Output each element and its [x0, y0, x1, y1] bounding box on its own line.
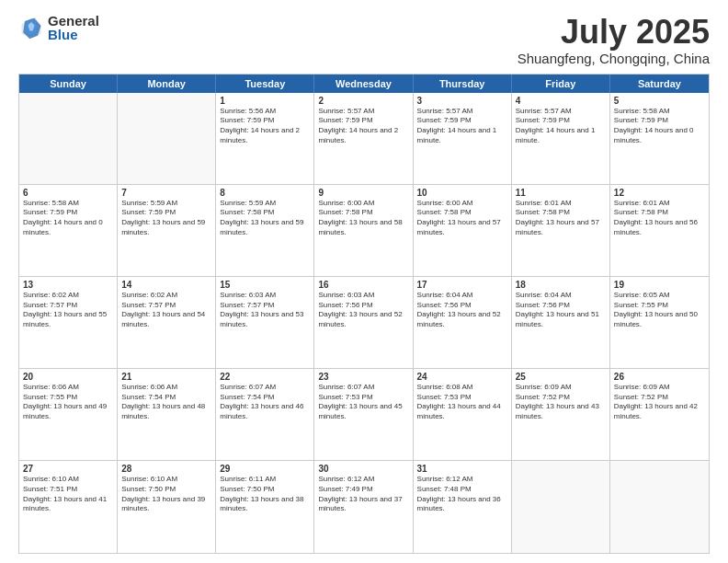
calendar-cell: 22Sunrise: 6:07 AMSunset: 7:54 PMDayligh… [216, 369, 314, 460]
cell-details: Sunrise: 6:06 AMSunset: 7:54 PMDaylight:… [121, 383, 211, 422]
calendar-cell: 20Sunrise: 6:06 AMSunset: 7:55 PMDayligh… [19, 369, 118, 460]
cell-details: Sunrise: 5:57 AMSunset: 7:59 PMDaylight:… [417, 107, 507, 146]
calendar-body: 1Sunrise: 5:56 AMSunset: 7:59 PMDaylight… [19, 93, 709, 553]
title-block: July 2025 Shuangfeng, Chongqing, China [518, 14, 710, 66]
cell-details: Sunrise: 6:02 AMSunset: 7:57 PMDaylight:… [121, 291, 211, 330]
day-number: 7 [121, 188, 211, 198]
day-number: 5 [614, 96, 705, 106]
day-number: 28 [121, 464, 211, 474]
cell-details: Sunrise: 6:07 AMSunset: 7:53 PMDaylight:… [318, 383, 408, 422]
cell-details: Sunrise: 5:59 AMSunset: 7:58 PMDaylight:… [220, 199, 310, 238]
calendar-cell: 3Sunrise: 5:57 AMSunset: 7:59 PMDaylight… [414, 93, 512, 184]
cell-details: Sunrise: 6:11 AMSunset: 7:50 PMDaylight:… [220, 475, 310, 514]
day-number: 13 [23, 280, 113, 290]
cell-details: Sunrise: 5:56 AMSunset: 7:59 PMDaylight:… [220, 107, 310, 146]
day-number: 1 [220, 96, 310, 106]
calendar-cell: 10Sunrise: 6:00 AMSunset: 7:58 PMDayligh… [414, 185, 512, 276]
cell-details: Sunrise: 6:06 AMSunset: 7:55 PMDaylight:… [23, 383, 113, 422]
calendar-cell: 19Sunrise: 6:05 AMSunset: 7:55 PMDayligh… [610, 277, 709, 368]
calendar-row-3: 20Sunrise: 6:06 AMSunset: 7:55 PMDayligh… [19, 369, 709, 461]
calendar-cell: 26Sunrise: 6:09 AMSunset: 7:52 PMDayligh… [610, 369, 709, 460]
calendar-cell: 31Sunrise: 6:12 AMSunset: 7:48 PMDayligh… [414, 461, 512, 553]
weekday-header-tuesday: Tuesday [216, 75, 314, 93]
cell-details: Sunrise: 5:58 AMSunset: 7:59 PMDaylight:… [23, 199, 113, 238]
day-number: 10 [417, 188, 507, 198]
cell-details: Sunrise: 6:09 AMSunset: 7:52 PMDaylight:… [614, 383, 705, 422]
calendar-header: SundayMondayTuesdayWednesdayThursdayFrid… [19, 75, 709, 93]
day-number: 27 [23, 464, 113, 474]
day-number: 6 [23, 188, 113, 198]
calendar-cell [19, 93, 118, 184]
calendar-cell: 21Sunrise: 6:06 AMSunset: 7:54 PMDayligh… [118, 369, 216, 460]
weekday-header-sunday: Sunday [19, 75, 118, 93]
cell-details: Sunrise: 6:08 AMSunset: 7:53 PMDaylight:… [417, 383, 507, 422]
calendar-cell [610, 461, 709, 553]
cell-details: Sunrise: 6:07 AMSunset: 7:54 PMDaylight:… [220, 383, 310, 422]
weekday-header-friday: Friday [512, 75, 610, 93]
calendar: SundayMondayTuesdayWednesdayThursdayFrid… [18, 74, 710, 554]
weekday-header-thursday: Thursday [414, 75, 512, 93]
calendar-cell: 5Sunrise: 5:58 AMSunset: 7:59 PMDaylight… [610, 93, 709, 184]
day-number: 3 [417, 96, 507, 106]
day-number: 31 [417, 464, 507, 474]
logo-blue-text: Blue [48, 28, 99, 41]
day-number: 14 [121, 280, 211, 290]
day-number: 29 [220, 464, 310, 474]
calendar-row-2: 13Sunrise: 6:02 AMSunset: 7:57 PMDayligh… [19, 277, 709, 369]
calendar-row-1: 6Sunrise: 5:58 AMSunset: 7:59 PMDaylight… [19, 185, 709, 277]
cell-details: Sunrise: 6:00 AMSunset: 7:58 PMDaylight:… [318, 199, 408, 238]
day-number: 2 [318, 96, 408, 106]
calendar-cell: 24Sunrise: 6:08 AMSunset: 7:53 PMDayligh… [414, 369, 512, 460]
cell-details: Sunrise: 6:03 AMSunset: 7:56 PMDaylight:… [318, 291, 408, 330]
day-number: 15 [220, 280, 310, 290]
calendar-row-0: 1Sunrise: 5:56 AMSunset: 7:59 PMDaylight… [19, 93, 709, 185]
cell-details: Sunrise: 5:57 AMSunset: 7:59 PMDaylight:… [318, 107, 408, 146]
header: General Blue July 2025 Shuangfeng, Chong… [18, 14, 710, 66]
cell-details: Sunrise: 6:02 AMSunset: 7:57 PMDaylight:… [23, 291, 113, 330]
cell-details: Sunrise: 6:12 AMSunset: 7:49 PMDaylight:… [318, 475, 408, 514]
day-number: 30 [318, 464, 408, 474]
calendar-cell: 18Sunrise: 6:04 AMSunset: 7:56 PMDayligh… [512, 277, 610, 368]
logo-general-text: General [48, 14, 99, 28]
calendar-cell [118, 93, 216, 184]
calendar-cell: 27Sunrise: 6:10 AMSunset: 7:51 PMDayligh… [19, 461, 118, 553]
day-number: 20 [23, 372, 113, 382]
logo-text: General Blue [48, 14, 99, 41]
weekday-header-monday: Monday [118, 75, 216, 93]
day-number: 12 [614, 188, 705, 198]
cell-details: Sunrise: 6:01 AMSunset: 7:58 PMDaylight:… [516, 199, 606, 238]
location-text: Shuangfeng, Chongqing, China [518, 51, 710, 66]
day-number: 26 [614, 372, 705, 382]
cell-details: Sunrise: 6:04 AMSunset: 7:56 PMDaylight:… [417, 291, 507, 330]
cell-details: Sunrise: 6:01 AMSunset: 7:58 PMDaylight:… [614, 199, 705, 238]
calendar-cell: 28Sunrise: 6:10 AMSunset: 7:50 PMDayligh… [118, 461, 216, 553]
day-number: 21 [121, 372, 211, 382]
page: General Blue July 2025 Shuangfeng, Chong… [0, 0, 728, 563]
cell-details: Sunrise: 6:00 AMSunset: 7:58 PMDaylight:… [417, 199, 507, 238]
calendar-row-4: 27Sunrise: 6:10 AMSunset: 7:51 PMDayligh… [19, 461, 709, 553]
day-number: 24 [417, 372, 507, 382]
logo: General Blue [18, 14, 99, 41]
calendar-cell: 8Sunrise: 5:59 AMSunset: 7:58 PMDaylight… [216, 185, 314, 276]
day-number: 8 [220, 188, 310, 198]
calendar-cell: 2Sunrise: 5:57 AMSunset: 7:59 PMDaylight… [314, 93, 413, 184]
cell-details: Sunrise: 6:03 AMSunset: 7:57 PMDaylight:… [220, 291, 310, 330]
calendar-cell [512, 461, 610, 553]
cell-details: Sunrise: 5:57 AMSunset: 7:59 PMDaylight:… [516, 107, 606, 146]
calendar-cell: 9Sunrise: 6:00 AMSunset: 7:58 PMDaylight… [314, 185, 413, 276]
cell-details: Sunrise: 6:10 AMSunset: 7:51 PMDaylight:… [23, 475, 113, 514]
day-number: 17 [417, 280, 507, 290]
cell-details: Sunrise: 6:05 AMSunset: 7:55 PMDaylight:… [614, 291, 705, 330]
calendar-cell: 1Sunrise: 5:56 AMSunset: 7:59 PMDaylight… [216, 93, 314, 184]
cell-details: Sunrise: 6:09 AMSunset: 7:52 PMDaylight:… [516, 383, 606, 422]
cell-details: Sunrise: 6:10 AMSunset: 7:50 PMDaylight:… [121, 475, 211, 514]
weekday-header-wednesday: Wednesday [314, 75, 413, 93]
cell-details: Sunrise: 6:04 AMSunset: 7:56 PMDaylight:… [516, 291, 606, 330]
month-year-title: July 2025 [518, 14, 710, 51]
calendar-cell: 4Sunrise: 5:57 AMSunset: 7:59 PMDaylight… [512, 93, 610, 184]
calendar-cell: 30Sunrise: 6:12 AMSunset: 7:49 PMDayligh… [314, 461, 413, 553]
day-number: 11 [516, 188, 606, 198]
calendar-cell: 6Sunrise: 5:58 AMSunset: 7:59 PMDaylight… [19, 185, 118, 276]
logo-icon [18, 15, 44, 40]
calendar-cell: 23Sunrise: 6:07 AMSunset: 7:53 PMDayligh… [314, 369, 413, 460]
